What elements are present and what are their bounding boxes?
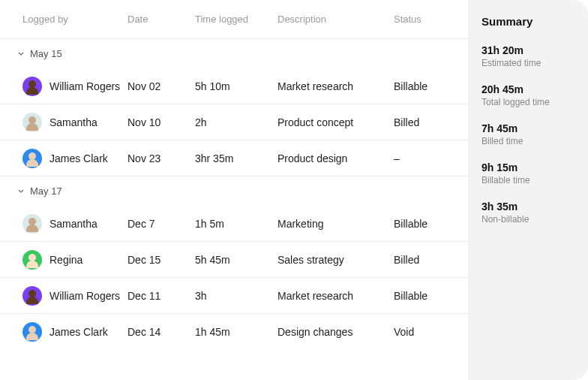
avatar [22, 77, 42, 96]
cell-status: Billed [394, 254, 465, 266]
cell-logged-by: Samantha [0, 113, 128, 132]
user-name: James Clark [50, 152, 108, 164]
avatar [22, 250, 42, 270]
group-label: May 15 [30, 48, 62, 59]
col-header-description[interactable]: Description [278, 14, 394, 25]
table-row[interactable]: William RogersDec 113hMarket researchBil… [0, 278, 468, 314]
col-header-time-logged[interactable]: Time logged [195, 14, 278, 25]
cell-date: Dec 11 [128, 290, 195, 302]
col-header-status[interactable]: Status [394, 14, 465, 25]
cell-time: 1h 5m [195, 218, 278, 230]
table-row[interactable]: James ClarkNov 233hr 35mProduct design– [0, 140, 468, 176]
avatar [22, 113, 42, 132]
group-header[interactable]: May 17 [0, 176, 468, 206]
summary-label: Estimated time [482, 58, 574, 68]
cell-time: 3hr 35m [195, 152, 278, 164]
chevron-down-icon [18, 188, 24, 195]
cell-description: Market research [278, 290, 394, 302]
cell-time: 5h 10m [195, 80, 278, 92]
cell-time: 1h 45m [195, 326, 278, 338]
cell-logged-by: William Rogers [0, 77, 128, 96]
summary-value: 31h 20m [482, 44, 574, 56]
table-row[interactable]: SamanthaDec 71h 5mMarketingBillable [0, 206, 468, 242]
cell-description: Sales strategy [278, 254, 394, 266]
cell-logged-by: William Rogers [0, 286, 128, 306]
cell-status: Billable [394, 80, 465, 92]
time-log-table: Logged by Date Time logged Description S… [0, 0, 468, 380]
summary-item: 31h 20mEstimated time [482, 44, 574, 68]
cell-status: Void [394, 326, 465, 338]
avatar [22, 214, 42, 234]
summary-label: Billed time [482, 136, 574, 146]
table-row[interactable]: James ClarkDec 141h 45mDesign changesVoi… [0, 314, 468, 350]
cell-description: Product design [278, 152, 394, 164]
summary-title: Summary [482, 15, 574, 28]
avatar [22, 149, 42, 168]
summary-label: Non-billable [482, 214, 574, 225]
summary-value: 3h 35m [482, 201, 574, 213]
cell-date: Dec 15 [128, 254, 195, 266]
cell-date: Dec 7 [128, 218, 195, 230]
cell-logged-by: James Clark [0, 149, 128, 168]
col-header-date[interactable]: Date [128, 14, 195, 25]
cell-time: 2h [195, 116, 278, 128]
user-name: Regina [50, 254, 82, 266]
cell-description: Marketing [278, 218, 394, 230]
summary-value: 20h 45m [482, 83, 574, 95]
summary-item: 20h 45mTotal logged time [482, 83, 574, 107]
cell-time: 3h [195, 290, 278, 302]
summary-item: 7h 45mBilled time [482, 122, 574, 146]
avatar [22, 322, 42, 342]
cell-date: Nov 02 [128, 80, 195, 92]
cell-date: Nov 10 [128, 116, 195, 128]
table-row[interactable]: ReginaDec 155h 45mSales strategyBilled [0, 242, 468, 278]
group-label: May 17 [30, 185, 62, 197]
group-header[interactable]: May 15 [0, 39, 468, 68]
summary-value: 7h 45m [482, 122, 574, 134]
cell-logged-by: Regina [0, 250, 128, 270]
user-name: Samantha [50, 218, 98, 230]
cell-status: – [394, 152, 465, 164]
cell-date: Nov 23 [128, 152, 195, 164]
user-name: Samantha [50, 116, 98, 128]
cell-status: Billed [394, 116, 465, 128]
cell-description: Design changes [278, 326, 394, 338]
avatar [22, 286, 42, 306]
cell-logged-by: James Clark [0, 322, 128, 342]
cell-logged-by: Samantha [0, 214, 128, 234]
cell-status: Billable [394, 290, 465, 302]
summary-item: 9h 15mBillable time [482, 161, 574, 185]
user-name: James Clark [50, 326, 108, 338]
cell-date: Dec 14 [128, 326, 195, 338]
user-name: William Rogers [50, 290, 120, 302]
table-row[interactable]: SamanthaNov 102hProduct conceptBilled [0, 104, 468, 140]
table-row[interactable]: William RogersNov 025h 10mMarket researc… [0, 68, 468, 104]
summary-value: 9h 15m [482, 161, 574, 173]
table-header: Logged by Date Time logged Description S… [0, 0, 468, 39]
summary-panel: Summary 31h 20mEstimated time20h 45mTota… [468, 0, 588, 380]
user-name: William Rogers [50, 80, 120, 92]
cell-description: Product concept [278, 116, 394, 128]
cell-status: Billable [394, 218, 465, 230]
cell-description: Market research [278, 80, 394, 92]
summary-label: Total logged time [482, 97, 574, 107]
col-header-logged-by[interactable]: Logged by [0, 14, 128, 25]
cell-time: 5h 45m [195, 254, 278, 266]
summary-label: Billable time [482, 175, 574, 185]
summary-item: 3h 35mNon-billable [482, 201, 574, 225]
chevron-down-icon [18, 51, 24, 57]
